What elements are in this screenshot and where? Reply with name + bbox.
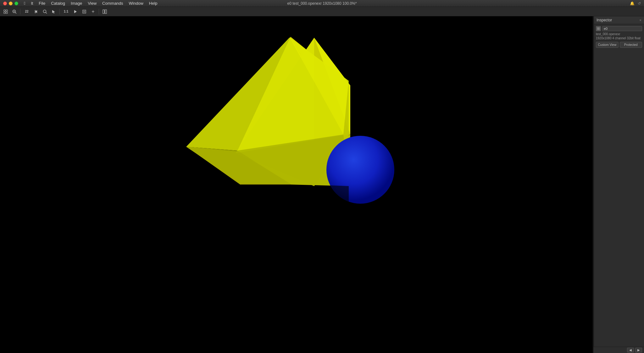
image-dimensions: 1920x1080 4 channel 32bit float xyxy=(596,36,642,40)
custom-view-button[interactable]: Custom View xyxy=(596,42,619,48)
svg-rect-3 xyxy=(6,12,8,14)
main-layout: Inspector × test_000.openexr 1920x1080 4… xyxy=(0,16,644,353)
svg-rect-15 xyxy=(83,11,85,13)
toolbar: 22 1:1 + xyxy=(0,7,644,16)
inspector-next-button[interactable]: ▶ xyxy=(635,348,642,352)
zoom-tool-button[interactable] xyxy=(11,8,18,15)
menu-bar:  lt File Catalog Image View Commands Wi… xyxy=(18,0,160,6)
zoom-100-button[interactable]: 1:1 xyxy=(62,8,70,15)
svg-rect-1 xyxy=(6,10,8,11)
zoom-to-fit-button[interactable] xyxy=(2,8,9,15)
svg-line-11 xyxy=(46,12,47,14)
inspector-action-buttons: Custom View Protected xyxy=(596,42,642,48)
fit-frame-button[interactable] xyxy=(80,8,88,15)
panel-resize-handle[interactable] xyxy=(593,16,594,353)
svg-marker-12 xyxy=(52,10,55,14)
inspector-footer: ◀ ▶ xyxy=(594,347,644,353)
minimize-button[interactable] xyxy=(9,2,13,5)
svg-marker-13 xyxy=(74,10,77,13)
toolbar-separator-1 xyxy=(20,9,20,14)
inspector-header: Inspector × xyxy=(594,16,644,24)
svg-point-10 xyxy=(43,10,46,13)
menu-commands[interactable]: Commands xyxy=(100,0,125,6)
toolbar-separator-2 xyxy=(59,9,60,14)
scene-viewport xyxy=(0,16,594,353)
svg-rect-2 xyxy=(4,12,5,14)
refresh-icon[interactable]: ↺ xyxy=(638,1,641,6)
svg-rect-16 xyxy=(103,10,104,14)
close-button[interactable] xyxy=(3,2,7,5)
svg-rect-17 xyxy=(105,10,107,14)
inspector-title: Inspector xyxy=(597,18,612,22)
inspector-body: test_000.openexr 1920x1080 4 channel 32b… xyxy=(594,24,644,50)
prev-frame-button[interactable] xyxy=(32,8,40,15)
inspector-panel: Inspector × test_000.openexr 1920x1080 4… xyxy=(594,16,644,353)
add-tool-button[interactable]: + xyxy=(89,8,97,15)
svg-rect-9 xyxy=(35,10,36,13)
toolbar-separator-3 xyxy=(99,9,99,14)
file-info: test_000.openexr xyxy=(596,32,642,36)
svg-line-5 xyxy=(15,12,17,14)
menu-apple[interactable]:  xyxy=(21,0,28,6)
notification-bell-icon[interactable]: 🔔 xyxy=(630,1,635,6)
menu-file[interactable]: File xyxy=(36,0,48,6)
menu-help[interactable]: Help xyxy=(147,0,160,6)
layer-thumbnail xyxy=(596,26,601,31)
svg-rect-39 xyxy=(597,27,600,30)
titlebar:  lt File Catalog Image View Commands Wi… xyxy=(0,0,644,7)
zoom-settings-button[interactable] xyxy=(41,8,49,15)
frame-counter-button[interactable]: 22 xyxy=(22,8,31,15)
play-button[interactable] xyxy=(72,8,79,15)
inspector-prev-button[interactable]: ◀ xyxy=(627,348,634,352)
pointer-tool-button[interactable] xyxy=(50,8,58,15)
window-controls xyxy=(0,2,18,5)
svg-rect-0 xyxy=(4,10,5,11)
menu-view[interactable]: View xyxy=(85,0,99,6)
inspector-close-button[interactable]: × xyxy=(640,18,641,22)
layer-row xyxy=(596,26,642,31)
menu-catalog[interactable]: Catalog xyxy=(48,0,68,6)
menu-image[interactable]: Image xyxy=(68,0,85,6)
menu-window[interactable]: Window xyxy=(126,0,146,6)
layer-name-input[interactable] xyxy=(602,26,642,31)
canvas-area[interactable] xyxy=(0,16,594,353)
maximize-button[interactable] xyxy=(14,2,18,5)
window-title: e0 test_000.openexr 1920x1080 100.0%* xyxy=(287,1,357,6)
protected-button[interactable]: Protected xyxy=(620,42,642,48)
compare-tool-button[interactable] xyxy=(101,8,108,15)
menu-lt[interactable]: lt xyxy=(29,0,36,6)
notification-area: 🔔 ↺ xyxy=(630,1,641,6)
